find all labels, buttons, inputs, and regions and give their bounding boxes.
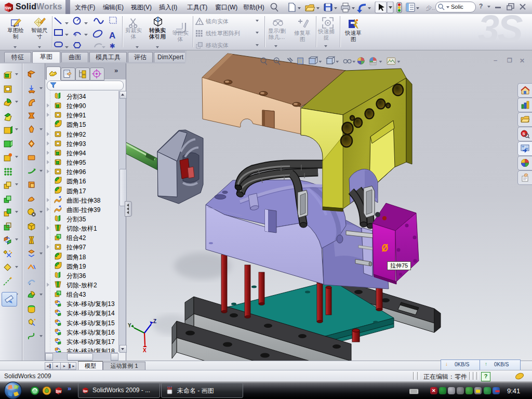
svg-text:Y: Y	[128, 323, 131, 328]
svg-text:SW: SW	[83, 390, 88, 393]
svg-text:A: A	[109, 31, 115, 41]
svg-text:SW: SW	[56, 390, 62, 393]
svg-text:✱: ✱	[110, 42, 115, 49]
svg-text:SW: SW	[5, 6, 11, 10]
svg-text:Z: Z	[153, 318, 156, 324]
svg-text:X: X	[143, 348, 147, 353]
